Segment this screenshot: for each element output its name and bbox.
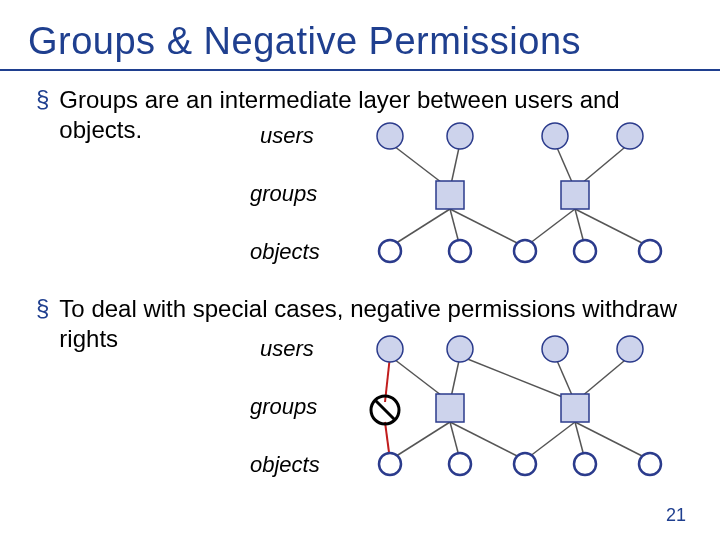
svg-point-20 [639,240,661,262]
svg-point-43 [449,453,471,475]
svg-line-7 [525,209,575,247]
label-objects-2: objects [250,452,320,478]
svg-point-36 [542,336,568,362]
svg-point-17 [449,240,471,262]
svg-point-44 [514,453,536,475]
svg-point-34 [377,336,403,362]
svg-point-16 [379,240,401,262]
bullet-marker-icon: § [36,85,49,145]
svg-point-45 [574,453,596,475]
label-objects: objects [250,239,320,265]
page-title: Groups & Negative Permissions [0,0,720,69]
bullet-marker-icon: § [36,294,49,354]
svg-rect-14 [436,181,464,209]
svg-point-35 [447,336,473,362]
page-number: 21 [666,505,686,526]
svg-point-12 [542,123,568,149]
svg-rect-39 [561,394,589,422]
svg-point-11 [447,123,473,149]
svg-line-26 [390,422,450,460]
label-users: users [260,123,314,149]
svg-point-37 [617,336,643,362]
diagram-negative: users groups objects [180,332,720,507]
diagram-groups: users groups objects [180,119,720,294]
svg-line-41 [375,400,395,420]
svg-line-29 [525,422,575,460]
label-users-2: users [260,336,314,362]
title-divider [0,69,720,71]
svg-line-4 [390,209,450,247]
svg-point-18 [514,240,536,262]
diagram-negative-svg [350,332,680,502]
svg-point-10 [377,123,403,149]
svg-point-42 [379,453,401,475]
svg-point-46 [639,453,661,475]
label-groups-2: groups [250,394,317,420]
label-groups: groups [250,181,317,207]
svg-point-13 [617,123,643,149]
diagram-groups-svg [350,119,680,289]
svg-rect-38 [436,394,464,422]
svg-point-19 [574,240,596,262]
svg-rect-15 [561,181,589,209]
